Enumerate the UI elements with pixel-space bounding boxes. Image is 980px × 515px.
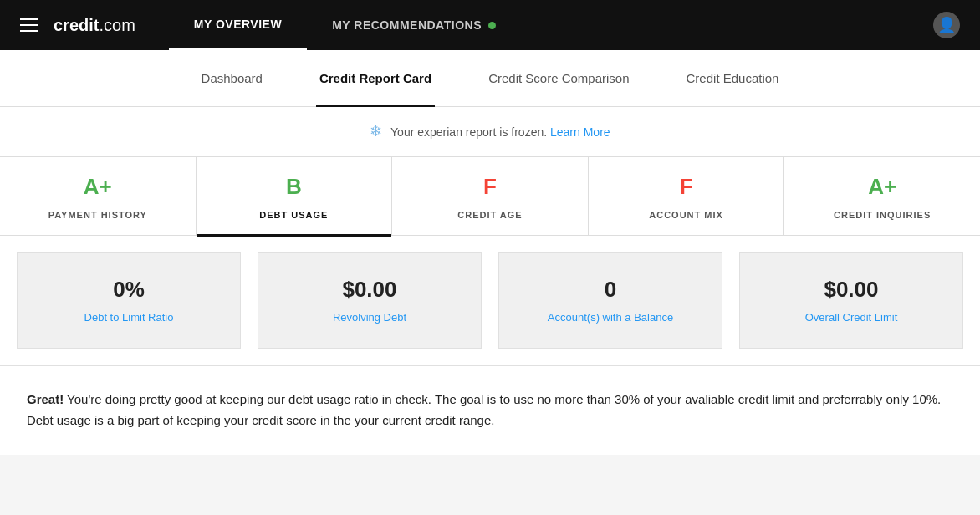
subnav-credit-report-card[interactable]: Credit Report Card [316,50,435,107]
user-menu[interactable]: 👤 [933,12,960,38]
grade-tab-payment-history[interactable]: A+ PAYMENT HISTORY [0,156,197,235]
metric-card-revolving-debt: $0.00 Revolving Debt [258,252,482,349]
main-content: ❄ Your experian report is frozen. Learn … [0,107,980,455]
grade-label-debt-usage: DEBT USAGE [259,210,328,220]
brand-logo: credit.com [54,16,135,35]
metric-value-revolving-debt: $0.00 [275,277,464,303]
learn-more-link[interactable]: Learn More [550,125,610,139]
grade-letter-credit-age: F [401,174,579,200]
metric-card-overall-credit-limit: $0.00 Overall Credit Limit [739,252,963,349]
metric-label-accounts-with-balance[interactable]: Account(s) with a Balance [548,311,673,324]
notification-dot [488,22,496,29]
user-avatar-icon: 👤 [933,12,960,38]
frozen-banner: ❄ Your experian report is frozen. Learn … [0,107,980,156]
grade-label-credit-inquiries: CREDIT INQUIRIES [834,210,931,220]
subnav-dashboard[interactable]: Dashboard [198,50,266,107]
description-section: Great! You're doing pretty good at keepi… [0,366,980,455]
sub-nav: Dashboard Credit Report Card Credit Scor… [0,50,980,107]
metric-value-accounts-with-balance: 0 [516,277,705,303]
metric-card-debt-to-limit: 0% Debt to Limit Ratio [17,252,241,349]
metric-cards: 0% Debt to Limit Ratio $0.00 Revolving D… [0,236,980,366]
grade-tab-credit-inquiries[interactable]: A+ CREDIT INQUIRIES [784,156,980,235]
grade-letter-credit-inquiries: A+ [793,174,972,200]
grade-letter-payment-history: A+ [8,174,187,200]
description-body: You're doing pretty good at keeping our … [27,392,941,427]
description-bold: Great! [27,392,64,406]
nav-my-overview[interactable]: MY OVERVIEW [169,0,307,50]
grade-tab-debt-usage[interactable]: B DEBT USAGE [197,156,393,235]
metric-label-revolving-debt[interactable]: Revolving Debt [333,311,406,324]
grade-letter-account-mix: F [597,174,776,200]
metric-label-debt-to-limit[interactable]: Debt to Limit Ratio [84,311,174,324]
hamburger-menu[interactable] [20,18,38,32]
snowflake-icon: ❄ [370,123,382,140]
grade-tabs: A+ PAYMENT HISTORY B DEBT USAGE F CREDIT… [0,156,980,236]
subnav-credit-score-comparison[interactable]: Credit Score Comparison [485,50,632,107]
top-nav: credit.com MY OVERVIEW MY RECOMMENDATION… [0,0,980,50]
subnav-credit-education[interactable]: Credit Education [683,50,783,107]
grade-label-payment-history: PAYMENT HISTORY [48,210,147,220]
grade-tab-account-mix[interactable]: F ACCOUNT MIX [589,156,785,235]
grade-tab-credit-age[interactable]: F CREDIT AGE [392,156,589,235]
grade-label-account-mix: ACCOUNT MIX [649,210,723,220]
metric-value-debt-to-limit: 0% [34,277,223,303]
frozen-message: Your experian report is frozen. [390,125,547,139]
grade-label-credit-age: CREDIT AGE [457,210,522,220]
metric-label-overall-credit-limit[interactable]: Overall Credit Limit [805,311,898,324]
metric-card-accounts-with-balance: 0 Account(s) with a Balance [498,252,722,349]
grade-letter-debt-usage: B [205,174,384,200]
nav-my-recommendations[interactable]: MY RECOMMENDATIONS [307,0,521,50]
metric-value-overall-credit-limit: $0.00 [757,277,946,303]
top-nav-links: MY OVERVIEW MY RECOMMENDATIONS [169,0,933,50]
